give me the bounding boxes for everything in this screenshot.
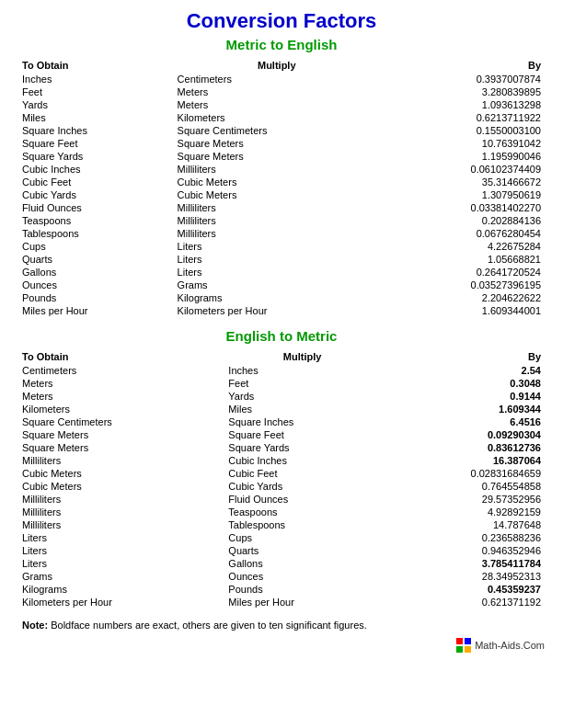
multiply-cell: Square Feet (224, 428, 380, 441)
table-row: Cubic YardsCubic Meters1.307950619 (18, 188, 545, 201)
by-cell: 0.03381402270 (380, 201, 545, 214)
table-row: LitersQuarts0.946352946 (18, 544, 545, 557)
multiply-cell: Meters (174, 98, 380, 111)
to-obtain-cell: Kilometers (18, 403, 224, 415)
svg-rect-1 (465, 638, 471, 644)
table-row: MetersYards0.9144 (18, 390, 545, 403)
to-obtain-cell: Gallons (18, 266, 174, 279)
by-cell: 4.22675284 (380, 240, 545, 253)
note-label: Note: (22, 620, 48, 631)
to-obtain-cell: Milliliters (18, 518, 224, 531)
multiply-cell: Milliliters (174, 201, 380, 214)
to-obtain-cell: Meters (18, 377, 224, 390)
to-obtain-cell: Grams (18, 570, 224, 583)
to-obtain-cell: Inches (18, 73, 174, 85)
table-row: MetersFeet0.3048 (18, 377, 545, 390)
multiply-cell: Miles per Hour (224, 596, 380, 609)
multiply-cell: Ounces (224, 570, 380, 583)
to-obtain-cell: Ounces (18, 279, 174, 291)
multiply-cell: Liters (174, 253, 380, 266)
table-row: Cubic FeetCubic Meters35.31466672 (18, 176, 545, 188)
table-row: Fluid OuncesMilliliters0.03381402270 (18, 201, 545, 214)
table-row: OuncesGrams0.03527396195 (18, 279, 545, 291)
multiply-cell: Milliliters (174, 227, 380, 240)
table-row: Square FeetSquare Meters10.76391042 (18, 137, 545, 150)
to-obtain-cell: Kilometers per Hour (18, 596, 224, 609)
to-obtain-cell: Tablespoons (18, 227, 174, 240)
by-cell: 0.9144 (380, 390, 545, 403)
table-row: Square MetersSquare Feet0.09290304 (18, 428, 545, 441)
multiply-cell: Kilograms (174, 291, 380, 304)
to-obtain-cell: Quarts (18, 253, 174, 266)
table-row: MillilitersCubic Inches16.387064 (18, 454, 545, 467)
table-row: Cubic MetersCubic Yards0.764554858 (18, 480, 545, 493)
by-cell: 3.785411784 (380, 557, 545, 570)
table-row: QuartsLiters1.05668821 (18, 253, 545, 266)
col1-header: To Obtain (18, 58, 174, 73)
by-cell: 0.1550003100 (380, 124, 545, 137)
multiply-cell: Cubic Yards (224, 480, 380, 493)
by-cell: 29.57352956 (380, 493, 545, 506)
table-row: CentimetersInches2.54 (18, 364, 545, 377)
by-cell: 0.202884136 (380, 214, 545, 227)
english-to-metric-table: To Obtain Multiply By CentimetersInches2… (18, 349, 545, 609)
table-row: MilesKilometers0.6213711922 (18, 111, 545, 124)
table-row: MillilitersTeaspoons4.92892159 (18, 506, 545, 518)
by-cell: 10.76391042 (380, 137, 545, 150)
table-row: TeaspoonsMilliliters0.202884136 (18, 214, 545, 227)
by-cell: 0.83612736 (380, 441, 545, 454)
to-obtain-cell: Centimeters (18, 364, 224, 377)
metric-to-english-section: Metric to English To Obtain Multiply By … (18, 37, 545, 317)
table-row: Square InchesSquare Centimeters0.1550003… (18, 124, 545, 137)
to-obtain-cell: Kilograms (18, 583, 224, 596)
svg-rect-0 (456, 638, 463, 644)
multiply-cell: Inches (224, 364, 380, 377)
table-row: InchesCentimeters0.3937007874 (18, 73, 545, 85)
metric-to-english-table: To Obtain Multiply By InchesCentimeters0… (18, 58, 545, 317)
by-cell: 1.609344001 (380, 304, 545, 317)
table-row: LitersGallons3.785411784 (18, 557, 545, 570)
by-cell: 16.387064 (380, 454, 545, 467)
to-obtain-cell: Square Centimeters (18, 415, 224, 428)
svg-rect-3 (465, 646, 471, 653)
multiply-cell: Cups (224, 531, 380, 544)
multiply-cell: Fluid Ounces (224, 493, 380, 506)
multiply-cell: Grams (174, 279, 380, 291)
col3-header: By (380, 58, 545, 73)
multiply-cell: Milliliters (174, 163, 380, 176)
table-row: Kilometers per HourMiles per Hour0.62137… (18, 596, 545, 609)
by-cell: 28.34952313 (380, 570, 545, 583)
col2-header: Multiply (174, 58, 380, 73)
to-obtain-cell: Pounds (18, 291, 174, 304)
multiply-cell: Quarts (224, 544, 380, 557)
table-row: MillilitersFluid Ounces29.57352956 (18, 493, 545, 506)
by-cell: 0.09290304 (380, 428, 545, 441)
multiply-cell: Cubic Meters (174, 176, 380, 188)
note-text: Boldface numbers are exact, others are g… (51, 620, 367, 631)
footer-logo: Math-Aids.Com (456, 638, 545, 653)
to-obtain-cell: Cubic Meters (18, 480, 224, 493)
multiply-cell: Teaspoons (224, 506, 380, 518)
to-obtain-cell: Liters (18, 544, 224, 557)
to-obtain-cell: Liters (18, 557, 224, 570)
table-row: Square YardsSquare Meters1.195990046 (18, 150, 545, 163)
by-cell: 0.06102374409 (380, 163, 545, 176)
by-cell: 0.2641720524 (380, 266, 545, 279)
section2-heading: English to Metric (18, 328, 545, 344)
by-cell: 0.0676280454 (380, 227, 545, 240)
multiply-cell: Pounds (224, 583, 380, 596)
to-obtain-cell: Feet (18, 85, 174, 98)
multiply-cell: Kilometers per Hour (174, 304, 380, 317)
multiply-cell: Cubic Meters (174, 188, 380, 201)
by-cell: 0.03527396195 (380, 279, 545, 291)
to-obtain-cell: Fluid Ounces (18, 201, 174, 214)
multiply-cell: Square Yards (224, 441, 380, 454)
to-obtain-cell: Cubic Meters (18, 467, 224, 480)
by-cell: 0.6213711922 (380, 111, 545, 124)
table-row: YardsMeters1.093613298 (18, 98, 545, 111)
table-row: GallonsLiters0.2641720524 (18, 266, 545, 279)
table-row: GramsOunces28.34952313 (18, 570, 545, 583)
multiply-cell: Cubic Feet (224, 467, 380, 480)
table-row: CupsLiters4.22675284 (18, 240, 545, 253)
multiply-cell: Liters (174, 240, 380, 253)
